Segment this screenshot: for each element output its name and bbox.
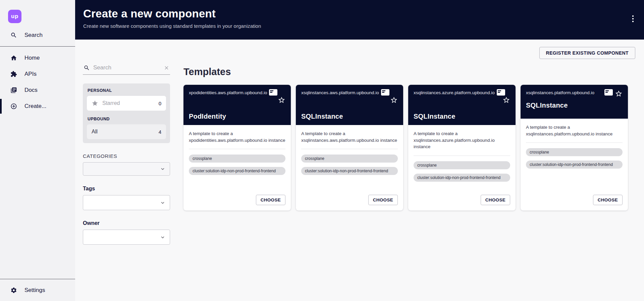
all-count: 4: [159, 129, 161, 135]
register-existing-component-button[interactable]: REGISTER EXISTING COMPONENT: [539, 47, 636, 59]
template-card: xsqlinstances.azure.platform.upbound.io …: [408, 85, 516, 210]
chevron-down-icon: [160, 200, 166, 206]
star-toggle[interactable]: [502, 96, 510, 104]
template-card-header: xpodidentities.aws.platform.upbound.io P…: [183, 85, 291, 125]
tag-chip: cluster:solution-idp-non-prod-frontend-f…: [414, 174, 510, 182]
template-name: xsqlinstances.aws.platform.upbound.io: [301, 90, 379, 96]
search-icon: [10, 32, 17, 39]
main-column: Create a new component Create new softwa…: [75, 0, 644, 301]
template-type-icon: [604, 89, 613, 96]
template-name: xsqlinstances.platform.upbound.io: [526, 90, 594, 96]
template-title: SQLInstance: [526, 102, 623, 109]
filter-search-input[interactable]: [93, 64, 160, 71]
filters-panel: PERSONAL Starred 0 UPBOUND All 4 CATEGOR…: [83, 63, 170, 245]
tag-chip: crossplane: [189, 155, 285, 163]
tag-chip: crossplane: [526, 148, 623, 156]
sidebar-item-home[interactable]: Home: [0, 50, 75, 66]
templates-heading: Templates: [183, 66, 644, 77]
sidebar-item-settings[interactable]: Settings: [0, 282, 75, 298]
filter-search: [83, 63, 170, 75]
template-name: xsqlinstances.azure.platform.upbound.io: [414, 90, 495, 96]
tags-select[interactable]: [83, 195, 170, 210]
template-card-header: xsqlinstances.aws.platform.upbound.io SQ…: [296, 85, 403, 125]
tag-chip: crossplane: [414, 161, 510, 169]
categories-filter-section: CATEGORIES: [83, 153, 170, 176]
starred-count: 0: [159, 101, 161, 106]
page-subtitle: Create new software components using sta…: [83, 23, 644, 29]
puzzle-icon: [10, 71, 17, 77]
toolbar: REGISTER EXISTING COMPONENT: [75, 40, 644, 59]
template-card: xsqlinstances.aws.platform.upbound.io SQ…: [296, 85, 403, 210]
template-tags: crossplanecluster:solution-idp-non-prod-…: [301, 155, 398, 179]
template-card-body: A template to create a xsqlinstances.aws…: [296, 125, 403, 210]
template-description: A template to create a xsqlinstances.azu…: [414, 130, 510, 150]
star-outline-icon: [278, 96, 285, 104]
page-header: Create a new component Create new softwa…: [75, 0, 644, 40]
star-outline-icon: [502, 96, 510, 104]
template-title: SQLInstance: [414, 113, 510, 120]
card-divider: [526, 142, 623, 143]
page-title: Create a new component: [83, 7, 644, 20]
sidebar-settings-label: Settings: [24, 287, 45, 294]
upbound-logo[interactable]: up: [8, 10, 21, 23]
template-description: A template to create a xsqlinstances.aws…: [301, 130, 398, 143]
star-toggle[interactable]: [278, 96, 285, 104]
sidebar-spacer: [0, 114, 75, 279]
chevron-down-icon: [160, 166, 166, 172]
card-divider: [414, 156, 510, 156]
kebab-menu-icon[interactable]: [631, 14, 635, 23]
template-type-icon: [269, 89, 277, 96]
owner-filter-section: Owner: [83, 220, 170, 245]
templates-section: Templates xpodidentities.aws.platform.up…: [183, 63, 644, 210]
owner-select[interactable]: [83, 230, 170, 245]
all-label: All: [92, 129, 98, 135]
sidebar-search-label: Search: [24, 32, 43, 39]
sidebar-item-search[interactable]: Search: [0, 27, 75, 43]
all-filter-row[interactable]: All 4: [87, 124, 166, 139]
tag-chip: crossplane: [301, 155, 398, 163]
choose-button[interactable]: CHOOSE: [481, 195, 510, 205]
template-card-header: xsqlinstances.azure.platform.upbound.io …: [408, 85, 516, 125]
template-name: xpodidentities.aws.platform.upbound.io: [189, 90, 267, 96]
content-area: REGISTER EXISTING COMPONENT PERSONAL Sta…: [75, 40, 644, 301]
choose-button[interactable]: CHOOSE: [368, 195, 398, 205]
sidebar-item-label: Docs: [24, 87, 38, 94]
template-card: xsqlinstances.platform.upbound.io SQLIns…: [521, 85, 628, 210]
star-toggle[interactable]: [390, 96, 398, 104]
upbound-section-label: UPBOUND: [88, 117, 166, 121]
sidebar-item-create[interactable]: Create...: [0, 98, 75, 114]
starred-label: Starred: [102, 100, 120, 106]
tags-label: Tags: [83, 186, 170, 192]
star-outline-icon: [615, 90, 623, 98]
categories-select[interactable]: [83, 162, 170, 176]
tag-chip: cluster:solution-idp-non-prod-frontend-f…: [526, 161, 623, 169]
sidebar: up Search Home APIs Docs Create... Setti…: [0, 0, 75, 301]
home-icon: [10, 55, 17, 61]
star-toggle[interactable]: [615, 90, 623, 98]
template-description: A template to create a xpodidentities.aw…: [189, 130, 285, 143]
template-card-body: A template to create a xsqlinstances.pla…: [521, 119, 628, 210]
ownership-filter-panel: PERSONAL Starred 0 UPBOUND All 4: [83, 83, 170, 143]
sidebar-item-apis[interactable]: APIs: [0, 66, 75, 82]
personal-section-label: PERSONAL: [88, 88, 166, 93]
template-tags: crossplanecluster:solution-idp-non-prod-…: [526, 148, 623, 173]
template-title: SQLInstance: [301, 113, 398, 120]
gear-icon: [10, 287, 17, 294]
choose-button[interactable]: CHOOSE: [593, 195, 623, 205]
sidebar-item-docs[interactable]: Docs: [0, 82, 75, 98]
owner-label: Owner: [83, 220, 170, 226]
clear-search-icon[interactable]: [164, 65, 169, 71]
choose-button[interactable]: CHOOSE: [256, 195, 285, 205]
template-description: A template to create a xsqlinstances.pla…: [526, 124, 623, 137]
docs-icon: [10, 87, 17, 94]
starred-filter-row[interactable]: Starred 0: [87, 96, 166, 111]
template-tags: crossplanecluster:solution-idp-non-prod-…: [414, 161, 510, 186]
template-card-body: A template to create a xpodidentities.aw…: [183, 125, 291, 210]
template-title: PodIdentity: [189, 113, 285, 120]
template-card: xpodidentities.aws.platform.upbound.io P…: [183, 85, 291, 210]
template-card-header: xsqlinstances.platform.upbound.io SQLIns…: [521, 85, 628, 119]
template-type-icon: [497, 89, 505, 96]
tags-filter-section: Tags: [83, 186, 170, 210]
sidebar-nav: Home APIs Docs Create...: [0, 47, 75, 114]
sidebar-item-label: Create...: [24, 103, 46, 110]
